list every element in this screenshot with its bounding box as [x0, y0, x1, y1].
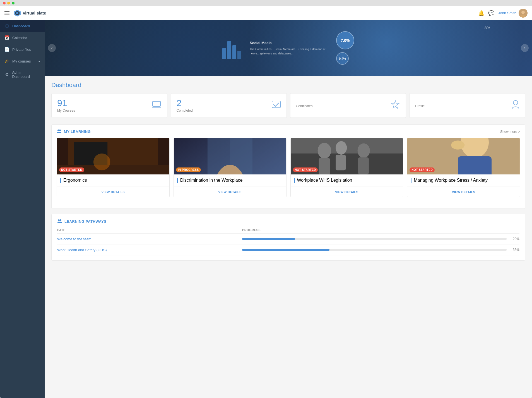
checkmark-icon	[271, 100, 281, 111]
course-footer-discrimination[interactable]: VIEW DETAILS	[174, 186, 286, 197]
courses-number: 91	[57, 99, 75, 107]
svg-point-10	[513, 100, 518, 105]
stat-card-left-courses: 91 My Courses	[57, 99, 75, 112]
user-menu[interactable]: John Smith	[498, 9, 528, 18]
pathway-row: Welcome to the team 20%	[57, 234, 519, 244]
sidebar-item-private-files[interactable]: 📄 Private files	[0, 44, 45, 55]
col-header-path: PATH	[57, 227, 242, 234]
my-learning-section: MY LEARNING Show more >	[51, 124, 525, 209]
completed-number: 2	[177, 99, 193, 107]
view-details-stress[interactable]: VIEW DETAILS	[452, 190, 475, 194]
svg-rect-6	[153, 101, 160, 106]
course-thumb-discrimination: IN PROGRESS	[174, 138, 286, 174]
course-title-stress: Managing Workplace Stress / Anxiety	[411, 178, 516, 183]
logo-icon	[13, 9, 21, 17]
course-thumb-ergonomics: NOT STARTED	[57, 138, 169, 174]
main-content: Social Media The Communities... Social M…	[45, 20, 532, 398]
pathways-people-icon	[57, 219, 62, 224]
view-details-whs[interactable]: VIEW DETAILS	[335, 190, 358, 194]
profile-label: Profile	[415, 104, 425, 108]
sidebar-item-admin[interactable]: ⚙ Admin Dashboard	[0, 67, 45, 82]
pathways-table: PATH PROGRESS Welcome to the team 20% W	[57, 227, 519, 255]
course-card-discrimination[interactable]: IN PROGRESS Discrimination in the Workpl…	[174, 138, 287, 197]
courses-icon: 🎓	[4, 59, 9, 64]
course-thumb-whs: NOT STARTED	[291, 138, 403, 174]
stat-card-left-completed: 2 Completed	[177, 99, 193, 112]
maximize-dot[interactable]	[12, 2, 15, 4]
svg-point-12	[59, 130, 61, 131]
pathway-name[interactable]: Welcome to the team	[57, 237, 92, 241]
topbar-right: 🔔 💬 John Smith	[478, 9, 528, 18]
notification-icon[interactable]: 🔔	[478, 10, 484, 16]
certs-label: Certificates	[296, 104, 313, 108]
app-body: ⊞ Dashboard 📅 Calendar 📄 Private files 🎓…	[0, 20, 532, 398]
sidebar-item-my-courses[interactable]: 🎓 My courses ◂	[0, 55, 45, 67]
svg-rect-8	[272, 101, 280, 108]
stat-card-certificates[interactable]: Certificates	[290, 93, 406, 118]
svg-rect-7	[152, 107, 161, 108]
hero-next-button[interactable]: ›	[521, 44, 529, 52]
svg-point-4	[521, 11, 525, 14]
hero-prev-button[interactable]: ‹	[48, 44, 56, 52]
calendar-icon: 📅	[4, 35, 9, 40]
course-body-whs: Workplace WHS Legislation	[291, 174, 403, 183]
minimize-dot[interactable]	[7, 2, 10, 4]
progress-bar-wrap: 20%	[242, 237, 519, 241]
stat-card-profile[interactable]: Profile	[409, 93, 525, 118]
user-name: John Smith	[498, 11, 516, 15]
course-footer-stress[interactable]: VIEW DETAILS	[407, 186, 520, 197]
course-card-whs[interactable]: NOT STARTED Workplace WHS Legislation VI…	[290, 138, 403, 197]
courses-arrow-icon: ◂	[38, 59, 40, 63]
pathway-name-cell: Welcome to the team	[57, 234, 242, 244]
sidebar-label-files: Private files	[12, 47, 31, 52]
course-grid: NOT STARTED Ergonomics VIEW DETAILS	[57, 138, 520, 197]
completed-label: Completed	[177, 109, 193, 112]
badge-ergonomics: NOT STARTED	[59, 167, 84, 172]
course-card-stress[interactable]: NOT STARTED Managing Workplace Stress / …	[407, 138, 520, 197]
svg-marker-9	[391, 100, 399, 108]
svg-point-31	[357, 143, 370, 158]
view-details-discrimination[interactable]: VIEW DETAILS	[218, 190, 241, 194]
col-header-progress: PROGRESS	[242, 227, 519, 234]
course-card-ergonomics[interactable]: NOT STARTED Ergonomics VIEW DETAILS	[57, 138, 170, 197]
hero-nav: ‹ ›	[45, 44, 532, 52]
pathway-name[interactable]: Work Health and Safety (OHS)	[57, 248, 107, 252]
sidebar-item-dashboard[interactable]: ⊞ Dashboard	[0, 20, 45, 32]
topbar-left: virtual slate	[4, 9, 46, 17]
course-footer-ergonomics[interactable]: VIEW DETAILS	[57, 186, 169, 197]
certificate-icon	[391, 100, 400, 111]
topbar: virtual slate 🔔 💬 John Smith	[0, 6, 532, 20]
course-footer-whs[interactable]: VIEW DETAILS	[291, 186, 403, 197]
avatar	[519, 9, 528, 18]
pathways-section: LEARNING PATHWAYS PATH PROGRESS Welcome …	[51, 214, 525, 261]
pathways-title: LEARNING PATHWAYS	[57, 219, 519, 224]
svg-point-39	[60, 219, 61, 221]
show-more-button[interactable]: Show more >	[500, 130, 520, 134]
dashboard-section: Dashboard 91 My Courses	[45, 76, 532, 273]
close-dot[interactable]	[3, 2, 6, 4]
course-thumb-stress: NOT STARTED	[407, 138, 520, 174]
people-icon	[57, 129, 62, 134]
progress-bar-wrap: 33%	[242, 248, 519, 252]
mac-chrome	[0, 0, 532, 6]
course-body-discrimination: Discrimination in the Workplace	[174, 174, 286, 183]
svg-point-29	[336, 141, 347, 155]
svg-point-19	[93, 154, 110, 170]
stat-card-left-certs: Certificates	[296, 103, 313, 108]
view-details-ergonomics[interactable]: VIEW DETAILS	[102, 190, 125, 194]
svg-rect-32	[358, 157, 369, 174]
menu-button[interactable]	[4, 11, 9, 15]
stat-card-my-courses[interactable]: 91 My Courses	[51, 93, 167, 118]
logo-text: virtual slate	[23, 11, 46, 15]
pathway-progress-cell: 20%	[242, 234, 519, 244]
badge-discrimination: IN PROGRESS	[176, 167, 201, 172]
progress-bar-fill	[242, 238, 295, 240]
message-icon[interactable]: 💬	[488, 10, 494, 16]
admin-icon: ⚙	[4, 72, 9, 77]
stat-card-completed[interactable]: 2 Completed	[171, 93, 287, 118]
sidebar-item-calendar[interactable]: 📅 Calendar	[0, 32, 45, 44]
my-learning-header: MY LEARNING Show more >	[57, 129, 520, 134]
pathway-row: Work Health and Safety (OHS) 33%	[57, 244, 519, 255]
sidebar-label-calendar: Calendar	[12, 36, 27, 40]
laptop-icon	[151, 101, 162, 111]
